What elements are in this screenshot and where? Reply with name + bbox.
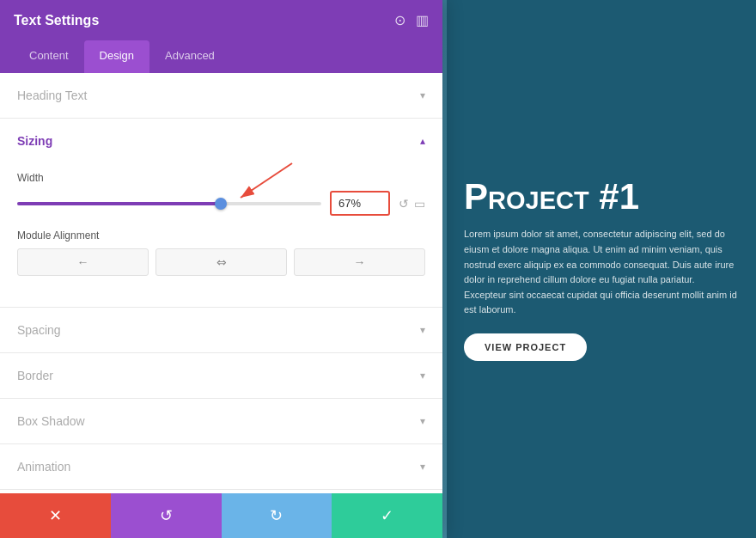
preview-body-text: Lorem ipsum dolor sit amet, consectetur … xyxy=(464,227,739,318)
slider-fill xyxy=(17,202,221,205)
border-label: Border xyxy=(17,369,53,382)
animation-label: Animation xyxy=(17,460,70,474)
columns-icon[interactable]: ▥ xyxy=(416,12,429,28)
tab-design[interactable]: Design xyxy=(84,40,149,73)
tab-content[interactable]: Content xyxy=(14,40,84,73)
chevron-down-icon-animation: ▾ xyxy=(420,461,425,473)
text-settings-panel: Text Settings ⊙ ▥ Content Design Advance… xyxy=(0,0,442,538)
input-action-icons: ↺ ▭ xyxy=(399,197,425,211)
panel-footer: ✕ ↺ ↻ ✓ xyxy=(0,493,442,538)
width-input-wrapper xyxy=(330,191,390,216)
accordion-section-spacing: Spacing ▾ xyxy=(0,308,442,353)
confirm-icon: ✓ xyxy=(381,506,393,525)
reset-footer-icon: ↺ xyxy=(160,506,173,525)
preview-view-project-button[interactable]: VIEW PROJECT xyxy=(464,333,587,361)
accordion-header-heading-text[interactable]: Heading Text ▾ xyxy=(0,73,442,118)
accordion-section-border: Border ▾ xyxy=(0,353,442,399)
cancel-icon: ✕ xyxy=(49,506,62,525)
box-shadow-label: Box Shadow xyxy=(17,414,85,428)
module-alignment-label: Module Alignment xyxy=(17,229,425,241)
chevron-up-icon: ▴ xyxy=(420,135,425,147)
chevron-down-icon-spacing: ▾ xyxy=(420,324,425,336)
accordion-header-box-shadow[interactable]: Box Shadow ▾ xyxy=(0,399,442,443)
redo-icon: ↻ xyxy=(270,506,283,525)
accordion-section-heading-text: Heading Text ▾ xyxy=(0,73,442,119)
width-value-input[interactable] xyxy=(330,191,390,216)
spacing-label: Spacing xyxy=(17,323,61,337)
sizing-content: Width ↺ ▭ xyxy=(0,163,442,307)
module-alignment-field-row: Module Alignment ← ⇔ → xyxy=(17,229,425,276)
accordion-section-sizing: Sizing ▴ Width xyxy=(0,119,442,308)
accordion-section-box-shadow: Box Shadow ▾ xyxy=(0,399,442,444)
device-icon[interactable]: ▭ xyxy=(414,197,425,211)
chevron-down-icon-box-shadow: ▾ xyxy=(420,415,425,427)
align-right-button[interactable]: → xyxy=(294,248,425,276)
preview-inner: Project #1 Lorem ipsum dolor sit amet, c… xyxy=(464,177,739,361)
slider-row: ↺ ▭ xyxy=(17,191,425,216)
accordion-header-animation[interactable]: Animation ▾ xyxy=(0,444,442,489)
accordion-header-border[interactable]: Border ▾ xyxy=(0,353,442,398)
cancel-button[interactable]: ✕ xyxy=(0,493,111,538)
align-left-button[interactable]: ← xyxy=(17,248,149,276)
tab-advanced[interactable]: Advanced xyxy=(149,40,230,73)
accordion-header-spacing[interactable]: Spacing ▾ xyxy=(0,308,442,352)
heading-text-label: Heading Text xyxy=(17,89,87,102)
panel-title: Text Settings xyxy=(14,13,99,28)
width-label: Width xyxy=(17,172,425,184)
panel-tabs: Content Design Advanced xyxy=(0,40,442,73)
align-center-button[interactable]: ⇔ xyxy=(155,248,287,276)
slider-thumb[interactable] xyxy=(215,198,227,210)
chevron-down-icon: ▾ xyxy=(420,89,425,101)
panel-body: Heading Text ▾ Sizing ▴ Width xyxy=(0,73,442,493)
redo-button[interactable]: ↻ xyxy=(222,493,332,538)
width-field-row: Width ↺ ▭ xyxy=(17,172,425,216)
reset-icon[interactable]: ↺ xyxy=(399,197,409,211)
panel-header: Text Settings ⊙ ▥ xyxy=(0,0,442,40)
chevron-down-icon-border: ▾ xyxy=(420,370,425,382)
accordion-section-animation: Animation ▾ xyxy=(0,444,442,490)
width-slider-track[interactable] xyxy=(17,202,321,205)
panel-header-icons: ⊙ ▥ xyxy=(394,12,429,28)
sizing-label: Sizing xyxy=(17,134,52,148)
target-icon[interactable]: ⊙ xyxy=(394,12,405,28)
alignment-row: ← ⇔ → xyxy=(17,248,425,276)
confirm-button[interactable]: ✓ xyxy=(332,493,442,538)
preview-area: Project #1 Lorem ipsum dolor sit amet, c… xyxy=(447,0,756,538)
preview-project-title: Project #1 xyxy=(464,177,739,217)
reset-button[interactable]: ↺ xyxy=(111,493,222,538)
accordion-header-sizing[interactable]: Sizing ▴ xyxy=(0,119,442,163)
